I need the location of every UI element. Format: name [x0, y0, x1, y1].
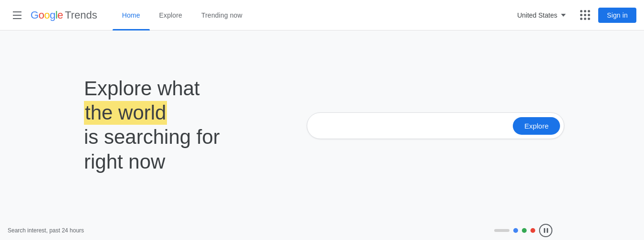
chevron-down-icon	[561, 14, 566, 17]
google-logo: Google	[31, 9, 63, 21]
hero-line4: right now	[84, 150, 265, 175]
pause-bar-right	[547, 228, 548, 233]
menu-icon[interactable]	[8, 6, 27, 25]
logo[interactable]: Google Trends	[31, 9, 97, 21]
logo-g: G	[31, 9, 39, 21]
pause-button[interactable]	[539, 224, 552, 237]
footer-text: Search interest, past 24 hours	[8, 227, 84, 234]
indicator-bar	[494, 229, 509, 232]
footer-bar: Search interest, past 24 hours	[0, 221, 644, 240]
country-label: United States	[517, 11, 557, 19]
logo-g2: g	[50, 9, 55, 21]
nav-explore[interactable]: Explore	[150, 0, 192, 30]
dot-green	[522, 228, 527, 233]
pause-bar-left	[544, 228, 545, 233]
hero-highlight: the world	[84, 101, 167, 125]
logo-o2: o	[44, 9, 50, 21]
main-content: Explore what the world is searching for …	[0, 30, 644, 221]
hero-line3: is searching for	[84, 125, 265, 150]
hero-line1: Explore what	[84, 77, 265, 100]
apps-grid	[580, 10, 590, 20]
logo-o1: o	[39, 9, 44, 21]
footer-indicators	[494, 224, 552, 237]
explore-button[interactable]: Explore	[513, 117, 560, 135]
search-container: Explore	[307, 112, 564, 139]
header-right: United States Sign in	[511, 6, 636, 25]
search-section: Explore	[265, 112, 644, 139]
dot-blue	[513, 228, 518, 233]
apps-icon[interactable]	[575, 6, 594, 25]
dot-red	[530, 228, 535, 233]
header: Google Trends Home Explore Trending now …	[0, 0, 644, 30]
trends-label: Trends	[65, 9, 97, 21]
search-input[interactable]	[319, 121, 513, 130]
country-selector[interactable]: United States	[511, 8, 571, 23]
nav-links: Home Explore Trending now	[113, 0, 252, 30]
hero-text: Explore what the world is searching for …	[84, 77, 265, 175]
logo-e: e	[57, 9, 63, 21]
nav-home[interactable]: Home	[113, 0, 150, 30]
sign-in-button[interactable]: Sign in	[598, 8, 636, 23]
nav-trending-now[interactable]: Trending now	[192, 0, 252, 30]
header-left: Google Trends Home Explore Trending now	[8, 0, 252, 30]
